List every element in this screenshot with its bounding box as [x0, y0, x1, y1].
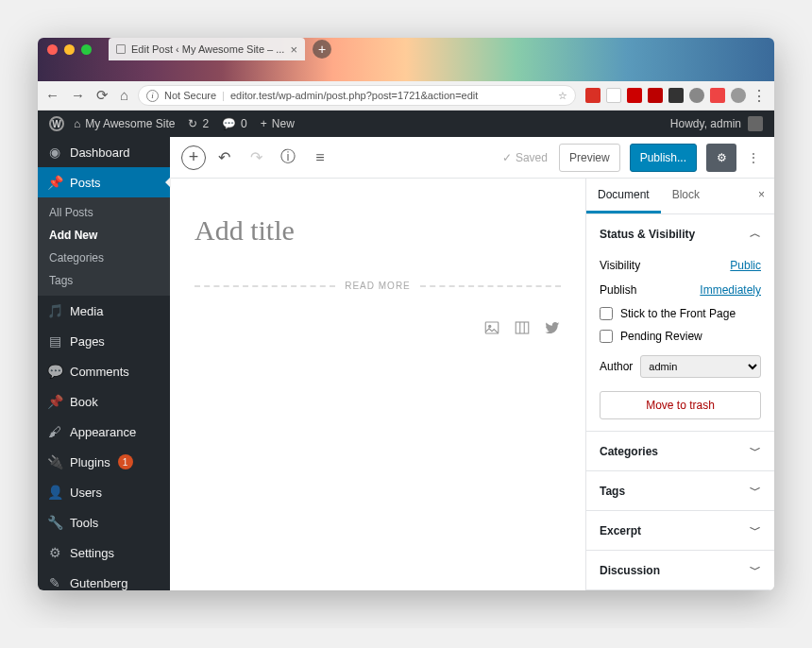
- forward-button[interactable]: →: [71, 87, 85, 104]
- titlebar: Edit Post ‹ My Awesome Site – ... × +: [38, 38, 774, 81]
- browser-tab[interactable]: Edit Post ‹ My Awesome Site – ... ×: [109, 38, 305, 60]
- add-block-button[interactable]: +: [181, 145, 206, 170]
- twitter-block-icon[interactable]: [544, 319, 561, 336]
- user-icon: 👤: [47, 485, 62, 500]
- save-status: ✓ Saved: [502, 151, 548, 164]
- account-menu[interactable]: Howdy, admin: [670, 116, 763, 131]
- sidebar-item-posts[interactable]: 📌 Posts: [38, 167, 170, 197]
- ext-icon[interactable]: [668, 88, 684, 103]
- submenu-add-new[interactable]: Add New: [38, 224, 170, 247]
- page-icon: [116, 44, 126, 54]
- publish-button[interactable]: Publish...: [630, 144, 697, 172]
- tab-title: Edit Post ‹ My Awesome Site – ...: [131, 43, 284, 55]
- info-button[interactable]: ⓘ: [274, 144, 302, 172]
- gmail-ext-icon[interactable]: [585, 88, 601, 103]
- comments-link[interactable]: 💬 0: [222, 117, 247, 130]
- move-to-trash-button[interactable]: Move to trash: [600, 391, 761, 419]
- stick-checkbox[interactable]: [600, 307, 613, 320]
- info-icon[interactable]: i: [146, 90, 159, 102]
- post-title-input[interactable]: Add title: [195, 214, 561, 247]
- sidebar-item-book[interactable]: 📌 Book: [38, 386, 170, 417]
- close-inspector-button[interactable]: ×: [749, 179, 774, 213]
- ext-icon[interactable]: [627, 88, 642, 103]
- read-more-block[interactable]: READ MORE: [195, 281, 561, 291]
- sidebar-item-users[interactable]: 👤 Users: [38, 477, 170, 507]
- gutenberg-icon: ✎: [47, 575, 62, 590]
- more-menu-button[interactable]: ⋮: [744, 144, 763, 172]
- back-button[interactable]: ←: [45, 87, 59, 104]
- panel-header-tags[interactable]: Tags ﹀: [586, 471, 774, 510]
- visibility-label: Visibility: [600, 259, 640, 272]
- pocket-ext-icon[interactable]: [710, 88, 725, 103]
- panel-header-discussion[interactable]: Discussion ﹀: [586, 551, 774, 589]
- ext-icon[interactable]: [606, 88, 621, 103]
- visibility-value-link[interactable]: Public: [730, 259, 761, 272]
- undo-button[interactable]: ↶: [210, 144, 238, 172]
- panel-header-status[interactable]: Status & Visibility ︿: [586, 214, 774, 253]
- sidebar-item-dashboard[interactable]: ◉ Dashboard: [38, 137, 170, 167]
- dashboard-icon: ◉: [47, 145, 62, 160]
- wordpress-logo-icon[interactable]: W: [49, 116, 64, 131]
- pending-checkbox[interactable]: [600, 330, 613, 343]
- reload-button[interactable]: ⟳: [96, 87, 109, 104]
- sidebar-item-media[interactable]: 🎵 Media: [38, 296, 170, 326]
- site-name-link[interactable]: ⌂ My Awesome Site: [74, 117, 175, 130]
- inspector-sidebar: Document Block × Status & Visibility ︿ V…: [585, 179, 774, 590]
- minimize-window-icon[interactable]: [64, 44, 75, 55]
- sidebar-item-plugins[interactable]: 🔌 Plugins 1: [38, 447, 170, 477]
- admin-sidebar: ◉ Dashboard 📌 Posts All Posts Add New Ca…: [38, 137, 170, 590]
- publish-value-link[interactable]: Immediately: [700, 283, 761, 297]
- ublock-ext-icon[interactable]: [648, 88, 663, 103]
- author-label: Author: [600, 360, 633, 373]
- new-content-link[interactable]: + New: [261, 117, 295, 130]
- new-tab-button[interactable]: +: [313, 40, 331, 59]
- pending-checkbox-row[interactable]: Pending Review: [600, 325, 761, 348]
- submenu-all-posts[interactable]: All Posts: [38, 201, 170, 224]
- tab-document[interactable]: Document: [586, 179, 661, 213]
- chevron-down-icon: ﹀: [750, 483, 761, 499]
- sidebar-item-comments[interactable]: 💬 Comments: [38, 356, 170, 386]
- update-badge: 1: [118, 454, 133, 469]
- block-inserter-icons: [195, 319, 561, 336]
- bookmark-icon[interactable]: ☆: [558, 90, 567, 102]
- sidebar-item-tools[interactable]: 🔧 Tools: [38, 507, 170, 537]
- editor-canvas[interactable]: Add title READ MORE: [170, 179, 585, 590]
- sidebar-item-settings[interactable]: ⚙ Settings: [38, 537, 170, 568]
- redo-button[interactable]: ↷: [242, 144, 270, 172]
- submenu-tags[interactable]: Tags: [38, 269, 170, 292]
- posts-submenu: All Posts Add New Categories Tags: [38, 197, 170, 296]
- stick-checkbox-row[interactable]: Stick to the Front Page: [600, 302, 761, 325]
- settings-toggle-button[interactable]: ⚙: [706, 144, 736, 172]
- author-select[interactable]: admin: [640, 355, 761, 378]
- image-block-icon[interactable]: [483, 319, 500, 336]
- sidebar-item-pages[interactable]: ▤ Pages: [38, 326, 170, 356]
- profile-icon[interactable]: [731, 88, 746, 103]
- brush-icon: 🖌: [47, 424, 62, 439]
- comments-icon: 💬: [47, 364, 62, 379]
- outline-button[interactable]: ≡: [306, 144, 334, 172]
- extension-icons: ⋮: [585, 87, 767, 105]
- avatar: [748, 116, 763, 131]
- maximize-window-icon[interactable]: [81, 44, 92, 55]
- columns-block-icon[interactable]: [514, 319, 531, 336]
- panel-header-excerpt[interactable]: Excerpt ﹀: [586, 511, 774, 550]
- sidebar-item-appearance[interactable]: 🖌 Appearance: [38, 417, 170, 447]
- url-bar: ← → ⟳ ⌂ i Not Secure | editor.test/wp-ad…: [38, 81, 774, 111]
- tab-block[interactable]: Block: [661, 179, 711, 213]
- chevron-down-icon: ﹀: [750, 443, 761, 459]
- address-field[interactable]: i Not Secure | editor.test/wp-admin/post…: [138, 85, 576, 106]
- plus-icon: +: [261, 117, 267, 130]
- ext-icon[interactable]: [689, 88, 704, 103]
- preview-button[interactable]: Preview: [559, 144, 620, 172]
- browser-window: Edit Post ‹ My Awesome Site – ... × + ← …: [38, 38, 774, 590]
- home-button[interactable]: ⌂: [120, 87, 128, 104]
- close-window-icon[interactable]: [47, 44, 58, 55]
- submenu-categories[interactable]: Categories: [38, 247, 170, 269]
- sidebar-item-gutenberg[interactable]: ✎ Gutenberg: [38, 568, 170, 590]
- browser-menu-icon[interactable]: ⋮: [752, 87, 767, 105]
- panel-header-categories[interactable]: Categories ﹀: [586, 432, 774, 470]
- updates-link[interactable]: ↻ 2: [188, 117, 209, 130]
- close-tab-icon[interactable]: ×: [290, 43, 297, 57]
- pin-icon: 📌: [47, 394, 62, 409]
- security-label: Not Secure: [164, 90, 216, 101]
